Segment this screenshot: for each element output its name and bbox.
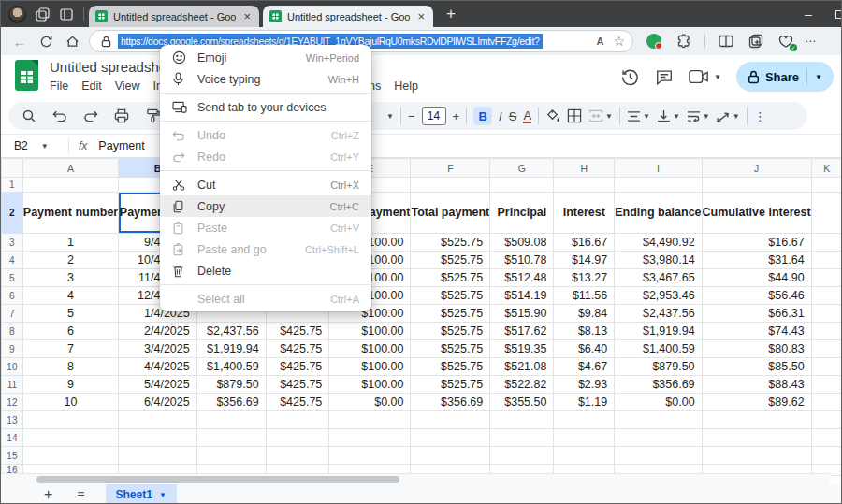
- menu-help[interactable]: Help: [392, 79, 420, 94]
- cell-J11[interactable]: $88.43: [702, 376, 811, 394]
- cell-H6[interactable]: $11.56: [554, 287, 615, 305]
- browser-tab-1[interactable]: Untitled spreadsheet - Google Sh ×: [89, 6, 259, 27]
- cell-G14[interactable]: [490, 429, 554, 447]
- grid-corner[interactable]: [2, 159, 23, 178]
- paint-format-icon[interactable]: [145, 108, 160, 123]
- cell-E15[interactable]: [329, 447, 411, 465]
- cell-I14[interactable]: [615, 429, 702, 447]
- row-header-11[interactable]: 11: [2, 376, 23, 394]
- row-header-4[interactable]: 4: [2, 252, 23, 269]
- cell-I8[interactable]: $1,919.94: [615, 323, 702, 340]
- menu-item-cut[interactable]: Cut Ctrl+X: [160, 174, 371, 195]
- cell-C10[interactable]: $1,400.59: [196, 358, 266, 376]
- cell-F7[interactable]: $525.75: [411, 305, 490, 323]
- cell-B12[interactable]: 6/4/2025: [119, 394, 196, 411]
- cell-J10[interactable]: $85.50: [702, 358, 811, 376]
- cell-J12[interactable]: $89.62: [702, 394, 811, 411]
- cell-A7[interactable]: 5: [22, 305, 118, 323]
- cell-F12[interactable]: $356.69: [411, 394, 490, 411]
- cell-D14[interactable]: [266, 429, 329, 447]
- browser-tab-2[interactable]: Untitled spreadsheet - Google Sh ×: [263, 6, 433, 27]
- cell-H5[interactable]: $13.27: [554, 269, 615, 287]
- cell-I1[interactable]: [615, 178, 702, 193]
- cell-G1[interactable]: [490, 178, 554, 193]
- settings-more-icon[interactable]: ⋯: [805, 35, 816, 48]
- name-box[interactable]: B2 ▼: [1, 139, 55, 152]
- cell-C13[interactable]: [196, 411, 266, 429]
- cell-A10[interactable]: 8: [22, 358, 118, 376]
- cell-B11[interactable]: 5/4/2025: [119, 376, 196, 394]
- row-header-5[interactable]: 5: [2, 269, 23, 287]
- row-header-6[interactable]: 6: [2, 287, 23, 305]
- cell-B15[interactable]: [119, 447, 196, 465]
- share-caret-icon[interactable]: ▼: [807, 73, 830, 81]
- cell-I12[interactable]: $0.00: [615, 394, 702, 411]
- cell-K4[interactable]: [811, 252, 842, 269]
- minimize-button[interactable]: –: [794, 7, 822, 22]
- cell-J2[interactable]: Cumulative interest: [702, 193, 811, 234]
- cell-B9[interactable]: 3/4/2025: [119, 340, 196, 358]
- all-sheets-menu-icon[interactable]: ≡: [77, 487, 84, 502]
- favorite-star-icon[interactable]: ☆: [613, 34, 625, 49]
- font-caret-icon[interactable]: ▼: [386, 112, 394, 121]
- menu-item-copy[interactable]: Copy Ctrl+C: [160, 195, 371, 217]
- cell-F8[interactable]: $525.75: [411, 323, 490, 340]
- cell-C8[interactable]: $2,437.56: [196, 323, 266, 340]
- row-header-10[interactable]: 10: [2, 358, 23, 376]
- cell-D15[interactable]: [266, 447, 329, 465]
- cell-F1[interactable]: [411, 178, 490, 193]
- cell-G4[interactable]: $510.78: [490, 252, 554, 269]
- cell-H8[interactable]: $8.13: [554, 323, 615, 340]
- cell-K12[interactable]: [811, 394, 842, 411]
- split-screen-icon[interactable]: [717, 32, 735, 50]
- cell-G13[interactable]: [490, 411, 554, 429]
- cell-C12[interactable]: $356.69: [196, 394, 266, 411]
- menu-edit[interactable]: Edit: [80, 79, 104, 94]
- cell-C11[interactable]: $879.50: [196, 376, 266, 394]
- cell-A1[interactable]: [22, 178, 118, 193]
- cell-I11[interactable]: $356.69: [615, 376, 702, 394]
- sheet-tab-caret-icon[interactable]: ▼: [159, 491, 167, 499]
- cell-B10[interactable]: 4/4/2025: [119, 358, 196, 376]
- bold-button[interactable]: B: [473, 107, 492, 125]
- vertical-align-button[interactable]: ▼: [657, 109, 680, 122]
- formula-input[interactable]: Payment: [98, 139, 144, 152]
- cell-D11[interactable]: $425.75: [266, 376, 329, 394]
- name-box-caret-icon[interactable]: ▼: [41, 142, 49, 151]
- cell-J15[interactable]: [702, 447, 811, 465]
- cell-E12[interactable]: $0.00: [329, 394, 411, 411]
- horizontal-align-caret-icon[interactable]: ▼: [643, 112, 650, 121]
- cell-B13[interactable]: [119, 411, 196, 429]
- cell-K10[interactable]: [811, 358, 842, 376]
- profile-avatar[interactable]: [8, 6, 26, 23]
- cell-A14[interactable]: [22, 429, 118, 447]
- sheets-logo[interactable]: [15, 60, 38, 91]
- print-icon[interactable]: [114, 108, 129, 123]
- row-header-1[interactable]: 1: [2, 178, 23, 193]
- cell-K15[interactable]: [811, 447, 842, 465]
- cell-J14[interactable]: [702, 429, 811, 447]
- cell-J1[interactable]: [702, 178, 811, 193]
- vertical-align-caret-icon[interactable]: ▼: [673, 112, 680, 121]
- cell-A6[interactable]: 4: [22, 287, 118, 305]
- document-title[interactable]: Untitled spreadsheet: [50, 59, 179, 75]
- cell-G3[interactable]: $509.08: [490, 234, 554, 252]
- more-toolbar-icon[interactable]: ⋮: [754, 109, 766, 123]
- cell-F10[interactable]: $525.75: [411, 358, 490, 376]
- cell-J3[interactable]: $16.67: [702, 234, 811, 252]
- cell-G8[interactable]: $517.62: [490, 323, 554, 340]
- browser-essentials-icon[interactable]: ✓: [777, 32, 795, 50]
- cell-G9[interactable]: $519.35: [490, 340, 554, 358]
- cell-J13[interactable]: [702, 411, 811, 429]
- cell-G5[interactable]: $512.48: [490, 269, 554, 287]
- cell-I9[interactable]: $1,400.59: [615, 340, 702, 358]
- borders-icon[interactable]: [567, 108, 582, 123]
- cell-K13[interactable]: [811, 411, 842, 429]
- cell-I7[interactable]: $2,437.56: [615, 305, 702, 323]
- cell-F15[interactable]: [411, 447, 490, 465]
- tab-close-icon[interactable]: ×: [241, 9, 253, 23]
- cell-F13[interactable]: [411, 411, 490, 429]
- cell-I5[interactable]: $3,467.65: [615, 269, 702, 287]
- cell-K6[interactable]: [811, 287, 842, 305]
- cell-K11[interactable]: [811, 376, 842, 394]
